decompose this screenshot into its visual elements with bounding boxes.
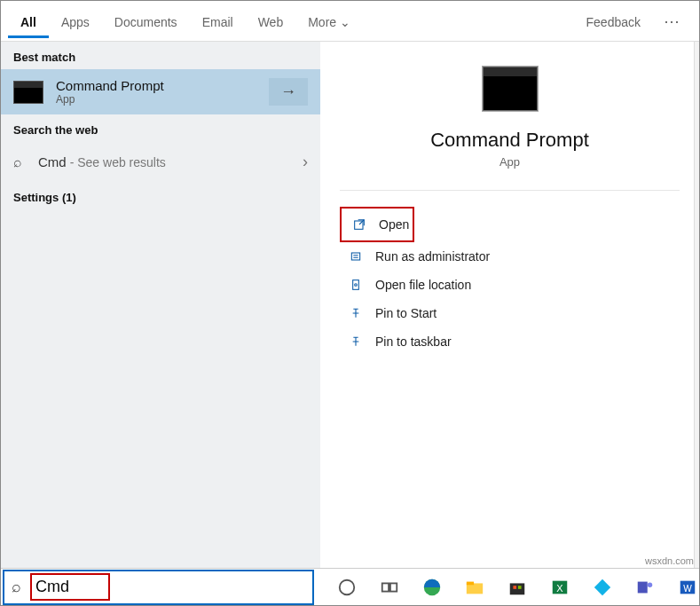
search-web-header: Search the web — [1, 114, 320, 142]
folder-icon — [345, 278, 366, 292]
expand-arrow-icon[interactable]: → — [269, 78, 308, 106]
cortana-icon[interactable] — [335, 576, 358, 599]
svg-point-16 — [648, 582, 653, 587]
action-pin-to-start-label: Pin to Start — [375, 306, 437, 320]
taskbar-apps: X W — [314, 576, 699, 599]
svg-rect-1 — [351, 253, 359, 260]
word-icon[interactable]: W — [676, 576, 699, 599]
tab-more[interactable]: More ⌄ — [295, 4, 363, 38]
action-run-as-admin[interactable]: Run as administrator — [320, 242, 699, 271]
taskbar-search[interactable]: ⌕ — [3, 570, 314, 605]
svg-point-3 — [355, 284, 358, 287]
file-explorer-icon[interactable] — [463, 576, 486, 599]
svg-text:X: X — [556, 582, 563, 593]
action-open-file-location-label: Open file location — [375, 278, 471, 292]
svg-point-4 — [340, 579, 355, 594]
web-result-term: Cmd — [38, 154, 67, 169]
best-match-header: Best match — [1, 42, 320, 69]
task-view-icon[interactable] — [378, 576, 401, 599]
result-subtitle: App — [56, 93, 269, 106]
action-pin-to-start[interactable]: Pin to Start — [320, 299, 699, 327]
result-command-prompt[interactable]: Command Prompt App → — [1, 69, 320, 114]
search-value-highlight — [30, 573, 110, 601]
app-subtitle: App — [320, 155, 699, 169]
microsoft-store-icon[interactable] — [506, 576, 529, 599]
svg-rect-9 — [467, 581, 474, 585]
teams-icon[interactable] — [633, 576, 657, 599]
tab-documents[interactable]: Documents — [102, 4, 190, 38]
command-prompt-icon — [13, 81, 43, 104]
svg-rect-11 — [513, 586, 516, 589]
svg-text:W: W — [683, 583, 692, 593]
settings-header[interactable]: Settings (1) — [1, 182, 320, 209]
app-large-icon — [483, 67, 538, 111]
svg-rect-15 — [638, 581, 648, 593]
result-title: Command Prompt — [56, 78, 269, 93]
action-pin-to-taskbar[interactable]: Pin to taskbar — [320, 327, 699, 356]
action-run-as-admin-label: Run as administrator — [375, 249, 490, 264]
chevron-right-icon: › — [303, 153, 308, 171]
kodi-icon[interactable] — [591, 576, 614, 599]
action-open-file-location[interactable]: Open file location — [320, 271, 699, 299]
feedback-link[interactable]: Feedback — [574, 4, 653, 38]
preview-panel: Command Prompt App Open Run as administr… — [320, 42, 699, 568]
divider — [340, 190, 680, 191]
svg-rect-6 — [390, 583, 397, 591]
action-pin-to-taskbar-label: Pin to taskbar — [375, 334, 452, 349]
svg-rect-5 — [382, 583, 389, 591]
open-highlight: Open — [340, 207, 414, 242]
results-panel: Best match Command Prompt App → Search t… — [1, 42, 320, 568]
open-icon — [349, 217, 370, 232]
action-open[interactable]: Open — [345, 210, 409, 239]
tab-all[interactable]: All — [8, 4, 49, 38]
search-filter-tabs: All Apps Documents Email Web More ⌄ Feed… — [1, 1, 699, 42]
action-open-label: Open — [379, 217, 409, 232]
pin-icon — [345, 306, 366, 320]
svg-rect-12 — [518, 586, 522, 589]
search-input[interactable] — [34, 577, 87, 597]
svg-rect-2 — [353, 280, 359, 290]
excel-icon[interactable]: X — [548, 576, 571, 599]
taskbar: ⌕ X W — [1, 568, 699, 605]
chevron-down-icon: ⌄ — [340, 15, 350, 29]
edge-icon[interactable] — [421, 576, 444, 599]
pin-icon — [345, 334, 366, 349]
search-icon: ⌕ — [13, 154, 38, 170]
tab-web[interactable]: Web — [246, 4, 296, 38]
web-result-hint: - See web results — [70, 155, 166, 169]
watermark: wsxdn.com — [645, 555, 694, 566]
svg-rect-10 — [510, 583, 525, 594]
tab-email[interactable]: Email — [190, 4, 246, 38]
shield-icon — [345, 249, 366, 264]
tab-apps[interactable]: Apps — [49, 4, 102, 38]
more-options-button[interactable]: ⋯ — [653, 12, 692, 31]
app-title: Command Prompt — [320, 129, 699, 152]
search-icon: ⌕ — [4, 578, 28, 596]
web-result-cmd[interactable]: ⌕ Cmd - See web results › — [1, 142, 320, 182]
